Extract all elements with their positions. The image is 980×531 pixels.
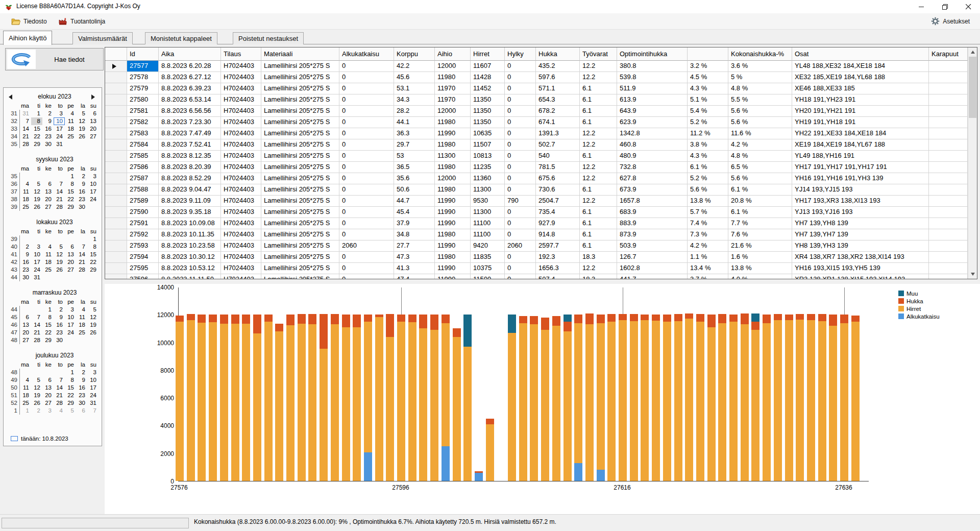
table-cell[interactable]: 8.8.2023 10.53.12 xyxy=(159,263,221,274)
table-cell[interactable]: 12.2 xyxy=(580,196,617,207)
table-cell[interactable]: 5.2 % xyxy=(688,173,728,184)
calendar-day[interactable]: 4 xyxy=(20,376,31,384)
table-cell[interactable]: 27590 xyxy=(127,207,159,218)
calendar-day[interactable]: 27 xyxy=(65,266,76,274)
row-header-cell[interactable] xyxy=(105,72,127,83)
calendar-day[interactable]: 17 xyxy=(54,125,65,133)
table-cell[interactable]: Lamellihirsi 205*275 S xyxy=(261,263,339,274)
column-header-osat[interactable]: Osat xyxy=(792,47,929,61)
table-cell[interactable]: 1342.8 xyxy=(617,128,688,139)
table-cell[interactable]: 9420 xyxy=(471,240,505,252)
table-cell[interactable]: 0 xyxy=(505,184,536,196)
table-cell[interactable]: Lamellihirsi 205*275 S xyxy=(261,106,339,117)
calendar-day[interactable]: 24 xyxy=(31,266,42,274)
calendar-day[interactable]: 26 xyxy=(87,329,99,336)
table-cell[interactable]: 27582 xyxy=(127,117,159,128)
calendar-day[interactable]: 20 xyxy=(87,125,99,133)
calendar-day[interactable]: 23 xyxy=(76,196,87,203)
table-cell[interactable]: Lamellihirsi 205*275 S xyxy=(261,196,339,207)
table-row[interactable]: 275778.8.2023 6.20.28H7024403Lamellihirs… xyxy=(105,61,977,72)
calendar-day[interactable]: 1 xyxy=(87,235,99,243)
table-row[interactable]: 275948.8.2023 10.30.12H7024403Lamellihir… xyxy=(105,252,977,263)
table-cell[interactable]: 126.7 xyxy=(617,252,688,263)
calendar-day[interactable]: 25 xyxy=(20,203,31,211)
table-cell[interactable]: 4.2 % xyxy=(728,139,792,151)
table-cell[interactable]: 12.2 xyxy=(580,61,617,72)
calendar-day[interactable]: 2 xyxy=(76,173,87,180)
table-cell[interactable]: 27585 xyxy=(127,151,159,162)
table-cell[interactable]: 6.5 % xyxy=(728,162,792,173)
calendar-day[interactable]: 10 xyxy=(65,313,76,321)
calendar-day[interactable]: 13 xyxy=(42,188,54,196)
calendar-day[interactable]: 2 xyxy=(76,369,87,376)
calendar-day[interactable]: 22 xyxy=(65,392,76,399)
table-cell[interactable]: 11350 xyxy=(471,117,505,128)
table-cell[interactable]: 12000 xyxy=(435,61,471,72)
calendar-day[interactable]: 28 xyxy=(76,266,87,274)
table-cell[interactable]: 6.1 xyxy=(580,117,617,128)
table-cell[interactable]: Lamellihirsi 205*275 S xyxy=(261,61,339,72)
table-cell[interactable]: Lamellihirsi 205*275 S xyxy=(261,139,339,151)
calendar-day[interactable]: 15 xyxy=(31,125,42,133)
table-cell[interactable] xyxy=(929,173,968,184)
calendar-day[interactable]: 9 xyxy=(76,180,87,188)
table-cell[interactable]: 4.5 % xyxy=(688,72,728,83)
table-cell[interactable]: 4.3 % xyxy=(688,83,728,94)
calendar-day[interactable]: 31 xyxy=(54,140,65,148)
table-cell[interactable]: H7024403 xyxy=(221,72,261,83)
calendar-day[interactable]: 3 xyxy=(87,369,99,376)
table-cell[interactable]: 11.6 % xyxy=(728,128,792,139)
table-cell[interactable]: 11235 xyxy=(471,162,505,173)
column-header-aihio[interactable]: Aihio xyxy=(435,47,471,61)
calendar-day[interactable]: 30 xyxy=(42,140,54,148)
table-cell[interactable]: 10635 xyxy=(471,128,505,139)
table-cell[interactable]: Lamellihirsi 205*275 S xyxy=(261,72,339,83)
calendar-day[interactable]: 23 xyxy=(20,266,31,274)
table-cell[interactable]: 927.9 xyxy=(536,218,580,229)
calendar-day[interactable]: 1 xyxy=(31,110,42,117)
row-header-cell[interactable] xyxy=(105,229,127,240)
row-header-cell[interactable] xyxy=(105,94,127,106)
table-cell[interactable]: XE19 184,XE19 184,YL67 188 xyxy=(792,139,929,151)
row-header-cell[interactable] xyxy=(105,274,127,279)
calendar-day[interactable]: 7 xyxy=(54,376,65,384)
row-header-cell[interactable] xyxy=(105,184,127,196)
table-cell[interactable]: 42.2 xyxy=(394,61,435,72)
table-cell[interactable]: 8.8.2023 10.11.35 xyxy=(159,229,221,240)
calendar-day[interactable]: 18 xyxy=(20,196,31,203)
table-cell[interactable]: 7.7 % xyxy=(728,218,792,229)
table-row[interactable]: 275848.8.2023 7.52.41H7024403Lamellihirs… xyxy=(105,139,977,151)
table-cell[interactable]: 511.9 xyxy=(617,83,688,94)
table-cell[interactable] xyxy=(929,196,968,207)
table-cell[interactable]: 11990 xyxy=(435,274,471,279)
table-cell[interactable]: 6.1 % xyxy=(728,184,792,196)
calendar-next-icon[interactable] xyxy=(91,94,95,100)
table-cell[interactable]: 0 xyxy=(505,263,536,274)
table-cell[interactable]: XR4 138,XR7 138,XR2 138,XI14 193 xyxy=(792,252,929,263)
calendar-day[interactable]: 17 xyxy=(65,321,76,329)
table-cell[interactable]: 0 xyxy=(339,151,394,162)
table-cell[interactable]: 11100 xyxy=(471,229,505,240)
calendar-day[interactable]: 2 xyxy=(31,407,42,415)
table-cell[interactable]: 0 xyxy=(339,184,394,196)
table-cell[interactable]: Lamellihirsi 205*275 S xyxy=(261,117,339,128)
calendar-day[interactable]: 12 xyxy=(31,384,42,392)
calendar-day[interactable]: 29 xyxy=(65,203,76,211)
table-cell[interactable]: 6.1 % xyxy=(728,207,792,218)
table-cell[interactable]: H7024403 xyxy=(221,139,261,151)
table-row[interactable]: 275958.8.2023 10.53.12H7024403Lamellihir… xyxy=(105,263,977,274)
calendar-day[interactable]: 30 xyxy=(20,274,31,281)
row-header-cell[interactable] xyxy=(105,162,127,173)
table-cell[interactable]: 0 xyxy=(339,128,394,139)
table-cell[interactable]: H7024403 xyxy=(221,207,261,218)
calendar-day[interactable]: 16 xyxy=(76,188,87,196)
table-cell[interactable]: 2060 xyxy=(339,240,394,252)
calendar-day[interactable]: 26 xyxy=(31,203,42,211)
tab-poistetut-nestaukset[interactable]: Poistetut nestaukset xyxy=(233,32,304,44)
table-cell[interactable]: 5.4 % xyxy=(688,106,728,117)
table-cell[interactable]: 0 xyxy=(339,139,394,151)
table-cell[interactable]: 18.3 xyxy=(580,274,617,279)
table-cell[interactable]: YH20 191,YH21 191 xyxy=(792,106,929,117)
calendar-day[interactable]: 5 xyxy=(54,243,65,251)
table-cell[interactable]: 790 xyxy=(505,196,536,207)
